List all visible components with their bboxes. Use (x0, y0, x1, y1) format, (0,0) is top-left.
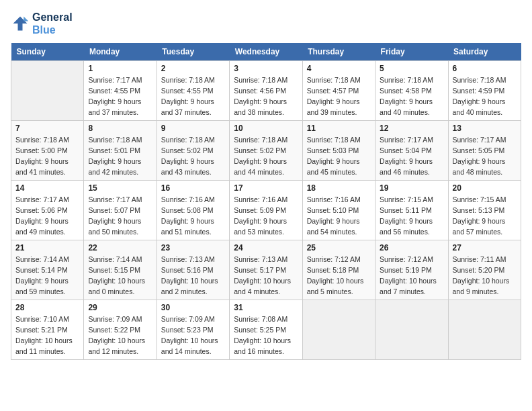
day-number: 25 (307, 243, 371, 253)
day-info: Sunrise: 7:16 AM Sunset: 5:08 PM Dayligh… (161, 195, 225, 237)
logo-line1: General (32, 11, 73, 24)
day-info: Sunrise: 7:18 AM Sunset: 4:57 PM Dayligh… (307, 75, 371, 118)
day-info: Sunrise: 7:17 AM Sunset: 5:07 PM Dayligh… (88, 195, 152, 237)
day-info: Sunrise: 7:17 AM Sunset: 5:04 PM Dayligh… (380, 135, 443, 177)
col-header-sunday: Sunday (11, 43, 84, 61)
day-info: Sunrise: 7:16 AM Sunset: 5:10 PM Dayligh… (307, 195, 371, 237)
day-cell: 26Sunrise: 7:12 AM Sunset: 5:19 PM Dayli… (375, 240, 448, 300)
day-info: Sunrise: 7:09 AM Sunset: 5:22 PM Dayligh… (88, 314, 152, 357)
day-number: 18 (307, 183, 371, 193)
day-info: Sunrise: 7:18 AM Sunset: 4:55 PM Dayligh… (161, 75, 225, 118)
day-cell: 19Sunrise: 7:15 AM Sunset: 5:11 PM Dayli… (375, 181, 448, 240)
day-cell: 10Sunrise: 7:18 AM Sunset: 5:02 PM Dayli… (230, 121, 302, 181)
day-number: 27 (453, 243, 517, 253)
col-header-friday: Friday (375, 43, 448, 61)
day-number: 23 (161, 243, 225, 253)
day-number: 15 (88, 183, 152, 193)
day-cell: 20Sunrise: 7:15 AM Sunset: 5:13 PM Dayli… (448, 181, 521, 240)
day-cell (375, 300, 448, 360)
day-info: Sunrise: 7:12 AM Sunset: 5:19 PM Dayligh… (380, 255, 443, 297)
day-number: 3 (234, 64, 298, 73)
day-info: Sunrise: 7:17 AM Sunset: 5:06 PM Dayligh… (15, 195, 79, 237)
svg-marker-1 (24, 17, 28, 21)
day-info: Sunrise: 7:18 AM Sunset: 5:01 PM Dayligh… (88, 135, 152, 177)
day-cell (11, 61, 84, 121)
day-info: Sunrise: 7:18 AM Sunset: 5:02 PM Dayligh… (161, 135, 225, 177)
day-info: Sunrise: 7:18 AM Sunset: 5:00 PM Dayligh… (15, 135, 79, 177)
day-cell: 27Sunrise: 7:11 AM Sunset: 5:20 PM Dayli… (448, 240, 521, 300)
day-info: Sunrise: 7:15 AM Sunset: 5:11 PM Dayligh… (380, 195, 443, 237)
col-header-thursday: Thursday (302, 43, 375, 61)
day-cell: 1Sunrise: 7:17 AM Sunset: 4:55 PM Daylig… (84, 61, 157, 121)
col-header-monday: Monday (84, 43, 157, 61)
logo-line2: Blue (32, 24, 73, 36)
logo: General Blue (11, 11, 73, 36)
day-info: Sunrise: 7:11 AM Sunset: 5:20 PM Dayligh… (453, 255, 517, 297)
day-cell: 11Sunrise: 7:18 AM Sunset: 5:03 PM Dayli… (302, 121, 375, 181)
week-row-1: 1Sunrise: 7:17 AM Sunset: 4:55 PM Daylig… (11, 61, 521, 121)
day-info: Sunrise: 7:18 AM Sunset: 5:02 PM Dayligh… (234, 135, 298, 177)
day-number: 28 (15, 303, 79, 312)
day-number: 4 (307, 64, 371, 73)
day-number: 20 (453, 183, 517, 193)
day-cell: 17Sunrise: 7:16 AM Sunset: 5:09 PM Dayli… (230, 181, 302, 240)
day-cell: 12Sunrise: 7:17 AM Sunset: 5:04 PM Dayli… (375, 121, 448, 181)
day-number: 7 (15, 124, 79, 133)
day-info: Sunrise: 7:17 AM Sunset: 4:55 PM Dayligh… (88, 75, 152, 118)
day-cell: 31Sunrise: 7:08 AM Sunset: 5:25 PM Dayli… (230, 300, 302, 360)
day-number: 21 (15, 243, 79, 253)
day-cell: 8Sunrise: 7:18 AM Sunset: 5:01 PM Daylig… (84, 121, 157, 181)
day-info: Sunrise: 7:12 AM Sunset: 5:18 PM Dayligh… (307, 255, 371, 297)
day-info: Sunrise: 7:14 AM Sunset: 5:14 PM Dayligh… (15, 255, 79, 297)
day-cell (302, 300, 375, 360)
day-info: Sunrise: 7:10 AM Sunset: 5:21 PM Dayligh… (15, 314, 79, 357)
day-info: Sunrise: 7:09 AM Sunset: 5:23 PM Dayligh… (161, 314, 225, 357)
day-number: 14 (15, 183, 79, 193)
day-cell: 6Sunrise: 7:18 AM Sunset: 4:59 PM Daylig… (448, 61, 521, 121)
day-info: Sunrise: 7:18 AM Sunset: 4:59 PM Dayligh… (453, 75, 517, 118)
day-cell (448, 300, 521, 360)
day-cell: 7Sunrise: 7:18 AM Sunset: 5:00 PM Daylig… (11, 121, 84, 181)
day-cell: 16Sunrise: 7:16 AM Sunset: 5:08 PM Dayli… (157, 181, 229, 240)
day-number: 26 (380, 243, 443, 253)
day-number: 16 (161, 183, 225, 193)
day-number: 10 (234, 124, 298, 133)
week-row-5: 28Sunrise: 7:10 AM Sunset: 5:21 PM Dayli… (11, 300, 521, 360)
logo-icon (11, 14, 30, 33)
day-cell: 14Sunrise: 7:17 AM Sunset: 5:06 PM Dayli… (11, 181, 84, 240)
day-number: 30 (161, 303, 225, 312)
day-number: 13 (453, 124, 517, 133)
col-header-saturday: Saturday (448, 43, 521, 61)
day-number: 31 (234, 303, 298, 312)
day-cell: 3Sunrise: 7:18 AM Sunset: 4:56 PM Daylig… (230, 61, 302, 121)
day-cell: 25Sunrise: 7:12 AM Sunset: 5:18 PM Dayli… (302, 240, 375, 300)
day-cell: 30Sunrise: 7:09 AM Sunset: 5:23 PM Dayli… (157, 300, 229, 360)
day-cell: 22Sunrise: 7:14 AM Sunset: 5:15 PM Dayli… (84, 240, 157, 300)
day-cell: 5Sunrise: 7:18 AM Sunset: 4:58 PM Daylig… (375, 61, 448, 121)
day-number: 9 (161, 124, 225, 133)
day-number: 6 (453, 64, 517, 73)
day-cell: 18Sunrise: 7:16 AM Sunset: 5:10 PM Dayli… (302, 181, 375, 240)
day-info: Sunrise: 7:08 AM Sunset: 5:25 PM Dayligh… (234, 314, 298, 357)
day-info: Sunrise: 7:13 AM Sunset: 5:16 PM Dayligh… (161, 255, 225, 297)
day-cell: 24Sunrise: 7:13 AM Sunset: 5:17 PM Dayli… (230, 240, 302, 300)
day-number: 17 (234, 183, 298, 193)
day-info: Sunrise: 7:17 AM Sunset: 5:05 PM Dayligh… (453, 135, 517, 177)
day-number: 19 (380, 183, 443, 193)
day-cell: 23Sunrise: 7:13 AM Sunset: 5:16 PM Dayli… (157, 240, 229, 300)
day-number: 12 (380, 124, 443, 133)
week-row-3: 14Sunrise: 7:17 AM Sunset: 5:06 PM Dayli… (11, 181, 521, 240)
day-info: Sunrise: 7:16 AM Sunset: 5:09 PM Dayligh… (234, 195, 298, 237)
day-cell: 4Sunrise: 7:18 AM Sunset: 4:57 PM Daylig… (302, 61, 375, 121)
day-number: 2 (161, 64, 225, 73)
day-cell: 15Sunrise: 7:17 AM Sunset: 5:07 PM Dayli… (84, 181, 157, 240)
day-number: 29 (88, 303, 152, 312)
day-info: Sunrise: 7:14 AM Sunset: 5:15 PM Dayligh… (88, 255, 152, 297)
week-row-4: 21Sunrise: 7:14 AM Sunset: 5:14 PM Dayli… (11, 240, 521, 300)
day-info: Sunrise: 7:15 AM Sunset: 5:13 PM Dayligh… (453, 195, 517, 237)
header: General Blue (11, 11, 521, 36)
col-header-wednesday: Wednesday (230, 43, 302, 61)
day-number: 24 (234, 243, 298, 253)
day-cell: 29Sunrise: 7:09 AM Sunset: 5:22 PM Dayli… (84, 300, 157, 360)
day-number: 8 (88, 124, 152, 133)
